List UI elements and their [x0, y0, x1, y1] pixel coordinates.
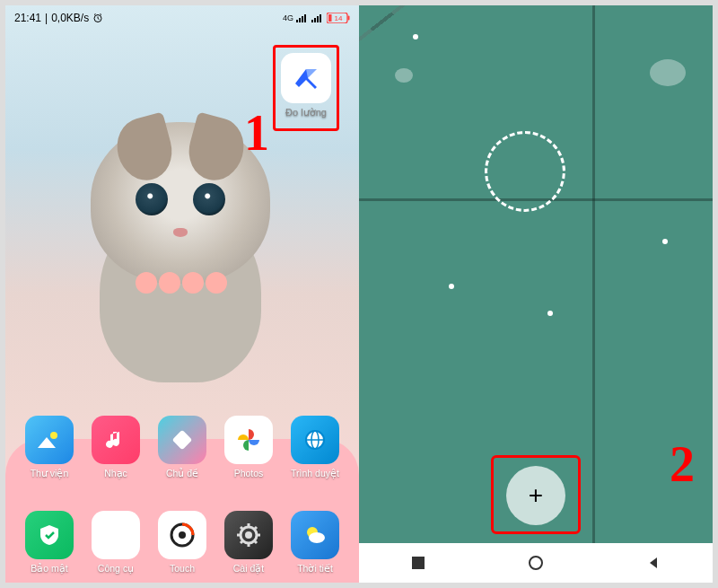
app-row-2: Bảo mật Công cụ Touch Cài đặt Thời tiết [5, 511, 359, 574]
svg-point-32 [309, 532, 325, 543]
measure-app-highlight: Đo lường [273, 45, 339, 131]
feature-dot [662, 239, 668, 244]
feature-dot [449, 284, 454, 289]
themes-app[interactable]: Chủ đề [152, 416, 213, 478]
feature-dot [413, 34, 418, 39]
svg-rect-10 [328, 14, 332, 22]
svg-rect-1 [296, 20, 298, 22]
annotation-step-2: 2 [670, 435, 695, 493]
svg-rect-7 [317, 16, 319, 22]
app-label: Cài đặt [233, 563, 264, 574]
app-label: Touch [170, 563, 195, 574]
home-screen-panel: 21:41 | 0,0KB/s 4G 14 Đo lường 1 Thư [5, 5, 359, 583]
photos-icon [224, 416, 273, 464]
svg-line-27 [241, 527, 243, 530]
measure-app-icon[interactable] [281, 53, 331, 103]
status-speed: 0,0KB/s [51, 12, 89, 24]
settings-app[interactable]: Cài đặt [218, 511, 279, 574]
svg-line-28 [254, 540, 257, 543]
theme-icon [158, 416, 206, 464]
touch-icon [158, 511, 206, 559]
home-button[interactable] [526, 553, 546, 573]
reflection [395, 68, 413, 83]
app-label: Photos [234, 468, 264, 478]
weather-icon [291, 511, 339, 559]
svg-line-30 [254, 527, 257, 530]
security-app[interactable]: Bảo mật [19, 511, 80, 574]
battery-icon: 14 [327, 13, 350, 23]
svg-rect-12 [348, 16, 350, 21]
app-label: Chủ đề [166, 468, 198, 478]
app-label: Trình duyệt [291, 468, 339, 478]
app-label: Thư viện [31, 468, 69, 478]
gear-icon [224, 511, 273, 559]
svg-rect-4 [304, 14, 306, 22]
recent-apps-button[interactable] [408, 553, 428, 573]
gallery-app[interactable]: Thư viện [19, 416, 80, 478]
signal-icon-2 [311, 13, 324, 22]
svg-point-34 [530, 557, 542, 569]
measure-app-label: Đo lường [285, 107, 327, 118]
alarm-icon [92, 13, 103, 23]
back-button[interactable] [644, 553, 663, 573]
signal-icon [296, 13, 309, 22]
weather-app[interactable]: Thời tiết [285, 511, 346, 574]
photos-app[interactable]: Photos [218, 416, 279, 478]
svg-rect-14 [172, 430, 193, 451]
svg-rect-6 [314, 18, 316, 22]
android-nav-bar [359, 543, 713, 583]
reflection [650, 59, 686, 86]
touch-app[interactable]: Touch [152, 511, 213, 574]
app-label: Thời tiết [297, 563, 333, 574]
app-row-1: Thư viện Nhạc Chủ đề Photos Trình duyệt [5, 416, 359, 478]
svg-rect-3 [302, 16, 303, 22]
svg-rect-5 [311, 20, 313, 22]
tile-grout [592, 5, 595, 583]
svg-point-22 [245, 531, 252, 539]
app-label: Nhạc [104, 468, 127, 478]
svg-rect-8 [320, 14, 321, 22]
tools-folder-icon [92, 511, 140, 559]
status-network: 4G [283, 13, 293, 22]
svg-rect-2 [299, 18, 301, 22]
annotation-step-1: 1 [244, 104, 269, 162]
shield-icon [25, 511, 74, 559]
add-point-highlight [491, 455, 581, 534]
browser-icon [291, 416, 339, 464]
app-label: Công cụ [98, 563, 134, 574]
measure-app-panel: + 2 [359, 5, 713, 583]
svg-rect-33 [412, 557, 425, 569]
svg-text:14: 14 [335, 14, 343, 22]
status-time: 21:41 [14, 12, 41, 24]
svg-line-29 [241, 540, 243, 543]
feature-dot [547, 311, 553, 316]
status-bar: 21:41 | 0,0KB/s 4G 14 [5, 5, 359, 31]
music-app[interactable]: Nhạc [85, 416, 146, 478]
svg-point-20 [179, 531, 186, 539]
app-label: Bảo mật [31, 563, 67, 574]
tools-app[interactable]: Công cụ [85, 511, 146, 574]
browser-app[interactable]: Trình duyệt [285, 416, 346, 478]
svg-point-13 [50, 432, 57, 439]
gallery-icon [25, 416, 74, 464]
measure-reticle [485, 131, 565, 212]
music-icon [92, 416, 140, 464]
